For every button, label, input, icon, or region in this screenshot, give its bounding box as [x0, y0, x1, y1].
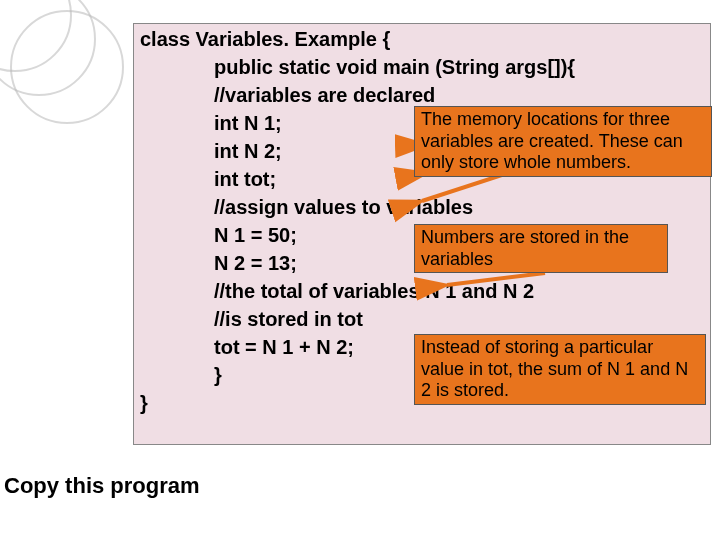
- callout-memory: The memory locations for three variables…: [414, 106, 712, 177]
- callout-total: Instead of storing a particular value in…: [414, 334, 706, 405]
- code-line-14: }: [140, 392, 148, 415]
- code-line-7: //assign values to variables: [214, 196, 473, 219]
- code-line-3: //variables are declared: [214, 84, 435, 107]
- code-line-9: N 2 = 13;: [214, 252, 297, 275]
- instruction-text: Copy this program: [4, 473, 200, 499]
- code-line-12: tot = N 1 + N 2;: [214, 336, 354, 359]
- code-box: class Variables. Example { public static…: [133, 23, 711, 445]
- bg-circle-3: [10, 10, 124, 124]
- code-line-1: class Variables. Example {: [140, 28, 390, 51]
- callout-numbers: Numbers are stored in the variables: [414, 224, 668, 273]
- code-line-5: int N 2;: [214, 140, 282, 163]
- code-line-4: int N 1;: [214, 112, 282, 135]
- code-line-10: //the total of variables N 1 and N 2: [214, 280, 534, 303]
- code-line-2: public static void main (String args[]){: [214, 56, 575, 79]
- code-line-11: //is stored in tot: [214, 308, 363, 331]
- code-line-6: int tot;: [214, 168, 276, 191]
- code-line-13: }: [214, 364, 222, 387]
- code-line-8: N 1 = 50;: [214, 224, 297, 247]
